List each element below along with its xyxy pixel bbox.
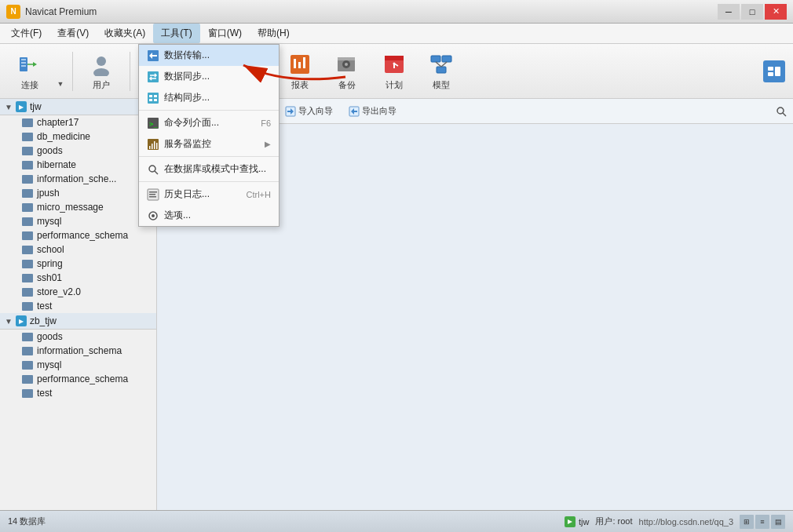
menu-help[interactable]: 帮助(H): [250, 24, 298, 43]
dd-sep-3: [139, 181, 279, 182]
sidebar-item-ssh01[interactable]: ssh01: [0, 271, 156, 285]
svg-rect-65: [154, 141, 155, 149]
report-label: 报表: [291, 79, 309, 91]
connect-label: 连接: [21, 79, 38, 91]
find-icon: [147, 163, 159, 176]
toolbar-backup[interactable]: 备份: [325, 49, 369, 94]
export-wizard-icon: [349, 106, 360, 117]
sidebar-group-tjw-label: tjw: [30, 101, 42, 112]
toolbar-report[interactable]: 报表: [278, 49, 322, 94]
import-wizard-button[interactable]: 导入向导: [279, 103, 339, 119]
sidebar-item-school[interactable]: school: [0, 242, 156, 257]
sidebar-item-micro_message[interactable]: micro_message: [0, 200, 156, 214]
window-title: Navicat Premium: [25, 6, 97, 17]
backup-icon: [334, 52, 360, 77]
menu-find-in-db[interactable]: 在数据库或模式中查找...: [139, 159, 279, 180]
sidebar-item-mysql[interactable]: mysql: [0, 214, 156, 228]
sidebar-item-zb-information_schema[interactable]: information_schema: [0, 344, 156, 358]
status-right: tjw 用户: root http://blog.csdn.net/qq_3 ⊞…: [565, 515, 785, 529]
db-icon: [22, 189, 33, 198]
menu-view[interactable]: 查看(V): [49, 24, 97, 43]
toolbar-connect[interactable]: 连接: [8, 49, 52, 94]
toolbar-model[interactable]: 模型: [419, 49, 463, 94]
detail-view-button[interactable]: ▤: [771, 515, 785, 529]
svg-rect-38: [768, 72, 773, 76]
menu-favorites[interactable]: 收藏夹(A): [97, 24, 153, 43]
sidebar-item-zb-performance_schema[interactable]: performance_schema: [0, 372, 156, 386]
svg-rect-2: [21, 62, 26, 64]
sidebar-item-hibernate[interactable]: hibernate: [0, 158, 156, 172]
sidebar-item-jpush[interactable]: jpush: [0, 186, 156, 200]
sidebar-item-chapter17[interactable]: chapter17: [0, 115, 156, 129]
history-shortcut: Ctrl+H: [247, 190, 271, 199]
grid-view-button[interactable]: ⊞: [740, 515, 754, 529]
menu-history[interactable]: 历史日志... Ctrl+H: [139, 184, 279, 205]
sidebar-item-test1[interactable]: test: [0, 299, 156, 313]
dd-sep-2: [139, 156, 279, 157]
window-controls: ─ □ ✕: [718, 4, 787, 20]
db-icon: [22, 203, 33, 212]
svg-rect-70: [149, 191, 157, 193]
options-label: 选项...: [164, 209, 191, 222]
close-button[interactable]: ✕: [765, 4, 787, 20]
data-transfer-icon: [147, 49, 159, 62]
import-wizard-icon: [285, 106, 296, 117]
nav-extra-icon[interactable]: [763, 60, 785, 82]
menu-options[interactable]: 选项...: [139, 205, 279, 226]
sidebar-item-goods[interactable]: goods: [0, 144, 156, 158]
menu-data-sync[interactable]: 数据同步...: [139, 66, 279, 87]
sidebar-item-label: jpush: [37, 188, 60, 199]
db-icon: [22, 161, 33, 169]
db-icon: [22, 147, 33, 155]
menu-cmd-interface[interactable]: >_ 命令列介面... F6: [139, 112, 279, 133]
sidebar-group-tjw[interactable]: ▼ ▶ tjw: [0, 99, 156, 115]
svg-rect-39: [775, 67, 780, 76]
svg-rect-26: [338, 57, 355, 60]
svg-line-36: [441, 62, 447, 67]
sidebar-item-db_medicine[interactable]: db_medicine: [0, 129, 156, 144]
sidebar-item-spring[interactable]: spring: [0, 257, 156, 271]
menu-server-monitor[interactable]: 服务器监控 ▶: [139, 133, 279, 155]
svg-point-6: [97, 56, 106, 66]
sidebar-item-label: goods: [37, 331, 63, 342]
connect-icon: [17, 52, 42, 77]
status-connection: tjw: [565, 516, 589, 527]
sidebar-item-information_schema[interactable]: information_sche...: [0, 172, 156, 186]
db-icon: [22, 260, 33, 268]
menu-file[interactable]: 文件(F): [3, 24, 49, 43]
db-icon: [22, 231, 33, 240]
menu-struct-sync[interactable]: 结构同步...: [139, 87, 279, 108]
sidebar-item-zb-mysql[interactable]: mysql: [0, 358, 156, 372]
cmd-label: 命令列介面...: [164, 116, 219, 129]
minimize-button[interactable]: ─: [718, 4, 740, 20]
options-icon: [147, 210, 159, 222]
sidebar-item-zb-goods[interactable]: goods: [0, 330, 156, 344]
data-sync-label: 数据同步...: [164, 70, 210, 83]
menu-window[interactable]: 窗口(W): [200, 24, 250, 43]
svg-rect-72: [149, 196, 156, 198]
db-icon: [22, 274, 33, 282]
status-count-label: 14 数据库: [8, 516, 46, 526]
export-wizard-button[interactable]: 导出向导: [342, 103, 403, 119]
monitor-arrow: ▶: [265, 140, 271, 148]
history-label: 历史日志...: [164, 188, 210, 201]
user-icon: [89, 52, 114, 77]
list-view-button[interactable]: ≡: [755, 515, 769, 529]
sidebar-item-store_v2[interactable]: store_v2.0: [0, 285, 156, 299]
svg-rect-22: [303, 57, 305, 68]
maximize-button[interactable]: □: [741, 4, 763, 20]
toolbar-schedule[interactable]: 计划: [372, 49, 416, 94]
user-label: 用户: [93, 79, 110, 91]
sidebar-item-label: school: [37, 244, 64, 255]
svg-rect-32: [431, 56, 440, 62]
sidebar-item-zb-test[interactable]: test: [0, 386, 156, 400]
sidebar-group-zb_tjw[interactable]: ▼ ▶ zb_tjw: [0, 313, 156, 330]
statusbar: 14 数据库 tjw 用户: root http://blog.csdn.net…: [0, 510, 793, 532]
db-icon: [22, 118, 33, 127]
sidebar-item-performance_schema[interactable]: performance_schema: [0, 228, 156, 242]
menu-data-transfer[interactable]: 数据传输...: [139, 45, 279, 66]
toolbar-user[interactable]: 用户: [79, 49, 123, 94]
search-icon[interactable]: [774, 104, 788, 118]
toolbar-connect-dropdown[interactable]: ▼: [55, 49, 66, 94]
menu-tools[interactable]: 工具(T): [153, 24, 199, 43]
